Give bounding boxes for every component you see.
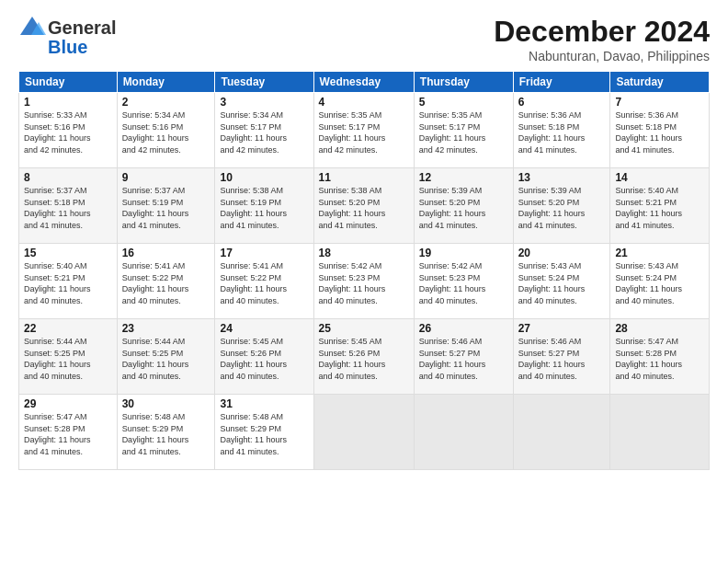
day-number: 23 — [122, 322, 210, 335]
calendar-cell: 12Sunrise: 5:39 AM Sunset: 5:20 PM Dayli… — [414, 168, 513, 244]
day-number: 8 — [24, 171, 112, 184]
location: Nabunturan, Davao, Philippines — [494, 49, 710, 63]
calendar-cell: 14Sunrise: 5:40 AM Sunset: 5:21 PM Dayli… — [610, 168, 710, 244]
day-info: Sunrise: 5:46 AM Sunset: 5:27 PM Dayligh… — [518, 336, 606, 382]
calendar-cell: 31Sunrise: 5:48 AM Sunset: 5:29 PM Dayli… — [215, 395, 313, 470]
calendar-cell: 19Sunrise: 5:42 AM Sunset: 5:23 PM Dayli… — [414, 244, 513, 319]
calendar-cell — [610, 395, 710, 470]
logo: General Blue — [18, 15, 116, 58]
calendar-cell: 7Sunrise: 5:36 AM Sunset: 5:18 PM Daylig… — [610, 93, 710, 168]
day-number: 7 — [615, 96, 704, 109]
calendar-cell: 16Sunrise: 5:41 AM Sunset: 5:22 PM Dayli… — [117, 244, 215, 319]
day-info: Sunrise: 5:42 AM Sunset: 5:23 PM Dayligh… — [319, 260, 409, 306]
day-number: 15 — [24, 247, 112, 259]
day-number: 11 — [319, 171, 409, 184]
calendar-week-row: 1Sunrise: 5:33 AM Sunset: 5:16 PM Daylig… — [19, 93, 710, 168]
calendar-week-row: 8Sunrise: 5:37 AM Sunset: 5:18 PM Daylig… — [19, 168, 710, 244]
page: General Blue December 2024 Nabunturan, D… — [0, 0, 728, 563]
calendar-cell: 24Sunrise: 5:45 AM Sunset: 5:26 PM Dayli… — [215, 319, 313, 395]
day-number: 22 — [24, 322, 112, 335]
day-number: 26 — [419, 322, 508, 335]
day-info: Sunrise: 5:34 AM Sunset: 5:16 PM Dayligh… — [122, 109, 210, 155]
day-number: 14 — [615, 171, 704, 184]
day-number: 1 — [24, 96, 112, 109]
calendar-cell: 10Sunrise: 5:38 AM Sunset: 5:19 PM Dayli… — [215, 168, 313, 244]
day-info: Sunrise: 5:40 AM Sunset: 5:21 PM Dayligh… — [615, 185, 704, 231]
calendar-cell: 17Sunrise: 5:41 AM Sunset: 5:22 PM Dayli… — [215, 244, 313, 319]
day-number: 2 — [122, 96, 210, 109]
calendar-cell: 13Sunrise: 5:39 AM Sunset: 5:20 PM Dayli… — [513, 168, 610, 244]
day-info: Sunrise: 5:44 AM Sunset: 5:25 PM Dayligh… — [122, 336, 210, 382]
day-info: Sunrise: 5:45 AM Sunset: 5:26 PM Dayligh… — [319, 336, 409, 382]
day-number: 17 — [220, 247, 308, 259]
calendar-cell: 9Sunrise: 5:37 AM Sunset: 5:19 PM Daylig… — [117, 168, 215, 244]
calendar-cell: 30Sunrise: 5:48 AM Sunset: 5:29 PM Dayli… — [117, 395, 215, 470]
calendar-cell: 23Sunrise: 5:44 AM Sunset: 5:25 PM Dayli… — [117, 319, 215, 395]
weekday-header: Sunday — [19, 72, 118, 93]
day-number: 4 — [319, 96, 409, 109]
day-info: Sunrise: 5:36 AM Sunset: 5:18 PM Dayligh… — [518, 109, 606, 155]
day-info: Sunrise: 5:41 AM Sunset: 5:22 PM Dayligh… — [220, 260, 308, 306]
day-number: 30 — [122, 397, 210, 410]
calendar-cell: 15Sunrise: 5:40 AM Sunset: 5:21 PM Dayli… — [19, 244, 118, 319]
calendar-cell: 26Sunrise: 5:46 AM Sunset: 5:27 PM Dayli… — [414, 319, 513, 395]
calendar-cell — [313, 395, 414, 470]
day-number: 25 — [319, 322, 409, 335]
calendar-cell: 25Sunrise: 5:45 AM Sunset: 5:26 PM Dayli… — [313, 319, 414, 395]
calendar-table: SundayMondayTuesdayWednesdayThursdayFrid… — [18, 71, 710, 470]
day-number: 18 — [319, 247, 409, 259]
day-info: Sunrise: 5:36 AM Sunset: 5:18 PM Dayligh… — [615, 109, 704, 155]
calendar-cell: 5Sunrise: 5:35 AM Sunset: 5:17 PM Daylig… — [414, 93, 513, 168]
day-info: Sunrise: 5:47 AM Sunset: 5:28 PM Dayligh… — [24, 411, 112, 457]
day-info: Sunrise: 5:35 AM Sunset: 5:17 PM Dayligh… — [419, 109, 508, 155]
calendar-header-row: SundayMondayTuesdayWednesdayThursdayFrid… — [19, 72, 710, 93]
day-info: Sunrise: 5:47 AM Sunset: 5:28 PM Dayligh… — [615, 336, 704, 382]
day-info: Sunrise: 5:42 AM Sunset: 5:23 PM Dayligh… — [419, 260, 508, 306]
day-info: Sunrise: 5:48 AM Sunset: 5:29 PM Dayligh… — [122, 411, 210, 457]
calendar-cell: 4Sunrise: 5:35 AM Sunset: 5:17 PM Daylig… — [313, 93, 414, 168]
calendar-cell: 6Sunrise: 5:36 AM Sunset: 5:18 PM Daylig… — [513, 93, 610, 168]
calendar-cell: 11Sunrise: 5:38 AM Sunset: 5:20 PM Dayli… — [313, 168, 414, 244]
calendar-cell: 2Sunrise: 5:34 AM Sunset: 5:16 PM Daylig… — [117, 93, 215, 168]
day-info: Sunrise: 5:34 AM Sunset: 5:17 PM Dayligh… — [220, 109, 308, 155]
day-number: 20 — [518, 247, 606, 259]
day-number: 31 — [220, 397, 308, 410]
day-number: 9 — [122, 171, 210, 184]
day-info: Sunrise: 5:40 AM Sunset: 5:21 PM Dayligh… — [24, 260, 112, 306]
day-info: Sunrise: 5:41 AM Sunset: 5:22 PM Dayligh… — [122, 260, 210, 306]
weekday-header: Wednesday — [313, 72, 414, 93]
day-info: Sunrise: 5:38 AM Sunset: 5:19 PM Dayligh… — [220, 185, 308, 231]
logo-blue: Blue — [48, 37, 87, 58]
calendar-cell: 8Sunrise: 5:37 AM Sunset: 5:18 PM Daylig… — [19, 168, 118, 244]
day-info: Sunrise: 5:39 AM Sunset: 5:20 PM Dayligh… — [419, 185, 508, 231]
day-number: 16 — [122, 247, 210, 259]
month-title: December 2024 — [494, 15, 710, 49]
day-info: Sunrise: 5:44 AM Sunset: 5:25 PM Dayligh… — [24, 336, 112, 382]
day-number: 28 — [615, 322, 704, 335]
day-number: 12 — [419, 171, 508, 184]
logo-icon — [18, 15, 46, 40]
calendar-week-row: 22Sunrise: 5:44 AM Sunset: 5:25 PM Dayli… — [19, 319, 710, 395]
calendar-cell: 22Sunrise: 5:44 AM Sunset: 5:25 PM Dayli… — [19, 319, 118, 395]
day-number: 13 — [518, 171, 606, 184]
day-info: Sunrise: 5:37 AM Sunset: 5:19 PM Dayligh… — [122, 185, 210, 231]
day-number: 3 — [220, 96, 308, 109]
calendar-cell: 29Sunrise: 5:47 AM Sunset: 5:28 PM Dayli… — [19, 395, 118, 470]
day-info: Sunrise: 5:43 AM Sunset: 5:24 PM Dayligh… — [518, 260, 606, 306]
day-number: 19 — [419, 247, 508, 259]
weekday-header: Saturday — [610, 72, 710, 93]
day-number: 5 — [419, 96, 508, 109]
weekday-header: Friday — [513, 72, 610, 93]
calendar-cell: 3Sunrise: 5:34 AM Sunset: 5:17 PM Daylig… — [215, 93, 313, 168]
day-number: 29 — [24, 397, 112, 410]
calendar-week-row: 29Sunrise: 5:47 AM Sunset: 5:28 PM Dayli… — [19, 395, 710, 470]
day-info: Sunrise: 5:43 AM Sunset: 5:24 PM Dayligh… — [615, 260, 704, 306]
calendar-cell: 27Sunrise: 5:46 AM Sunset: 5:27 PM Dayli… — [513, 319, 610, 395]
day-info: Sunrise: 5:45 AM Sunset: 5:26 PM Dayligh… — [220, 336, 308, 382]
day-number: 21 — [615, 247, 704, 259]
weekday-header: Tuesday — [215, 72, 313, 93]
day-info: Sunrise: 5:37 AM Sunset: 5:18 PM Dayligh… — [24, 185, 112, 231]
day-number: 10 — [220, 171, 308, 184]
title-block: December 2024 Nabunturan, Davao, Philipp… — [494, 15, 710, 63]
logo-general: General — [48, 17, 116, 39]
